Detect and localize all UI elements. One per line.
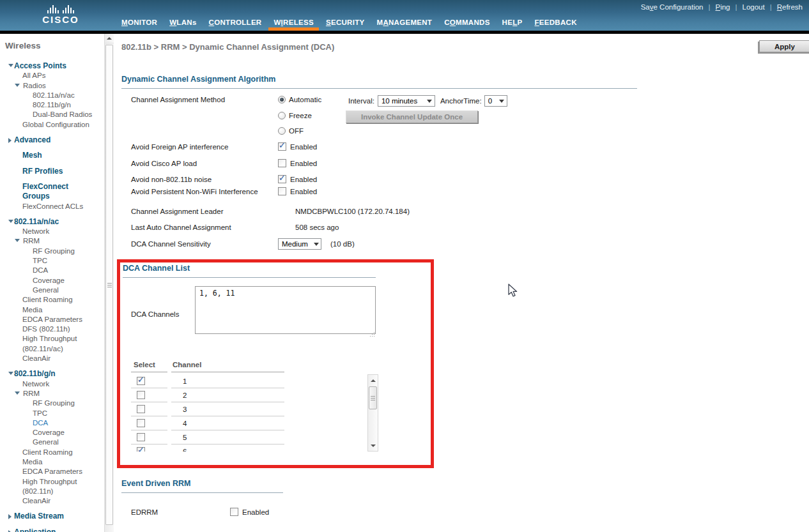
method-automatic-radio[interactable] (278, 96, 286, 103)
sidebar-item-edca-parameters[interactable]: EDCA Parameters (0, 315, 104, 324)
tab-feedback[interactable]: FEEDBACK (535, 14, 577, 31)
tab-monitor[interactable]: MONITOR (121, 14, 157, 31)
sidebar-item-cleanair[interactable]: CleanAir (0, 354, 104, 363)
dca-channels-textarea[interactable]: 1, 6, 11 (195, 286, 376, 334)
channel-1-checkbox[interactable] (137, 377, 145, 385)
sidebar-item-dca[interactable]: DCA (0, 266, 104, 275)
dca-sensitivity-select[interactable]: Medium (278, 238, 321, 250)
dca-channels-field-wrap: 1, 6, 11 (195, 286, 376, 334)
tab-help[interactable]: HELP (502, 14, 523, 31)
sidebar-item-802-11b-g-n[interactable]: 802.11b/g/n (0, 369, 104, 379)
sidebar-item-rrm[interactable]: RRM (0, 389, 104, 399)
sidebar-item-label: TPC (33, 256, 47, 266)
link-refresh[interactable]: Refresh (773, 3, 806, 11)
channel-table-scrollbar[interactable] (367, 374, 378, 452)
chevron-right-icon[interactable] (0, 528, 14, 532)
sidebar-item-flexconnect-groups[interactable]: FlexConnect Groups (0, 182, 104, 202)
sidebar-item-access-points[interactable]: Access Points (0, 61, 104, 71)
anchortime-select[interactable]: 0 (484, 95, 507, 107)
chevron-right-icon[interactable] (0, 135, 14, 143)
avoid-persistent-non-wifi-interference-checkbox[interactable] (278, 187, 286, 195)
tab-management[interactable]: MANAGEMENT (376, 14, 432, 31)
sidebar-item-high-throughput-802-11n[interactable]: High Throughput (802.11n) (0, 477, 104, 497)
sidebar-item-label: TPC (33, 409, 47, 418)
sidebar-item-network[interactable]: Network (0, 227, 104, 236)
sidebar-item-general[interactable]: General (0, 285, 104, 295)
chevron-down-icon[interactable] (15, 81, 23, 87)
channel-3-checkbox[interactable] (137, 405, 145, 413)
sidebar-item-dfs-802-11h[interactable]: DFS (802.11h) (0, 324, 104, 334)
scroll-up-arrow-icon[interactable] (105, 34, 114, 43)
scroll-up-arrow-icon[interactable] (368, 376, 378, 385)
sidebar-item-tpc[interactable]: TPC (0, 409, 104, 418)
tab-controller[interactable]: CONTROLLER (209, 14, 262, 31)
sidebar-item-radios[interactable]: Radios (0, 81, 104, 91)
sidebar-item-cleanair[interactable]: CleanAir (0, 496, 104, 506)
channel-6-checkbox[interactable] (137, 447, 145, 452)
chevron-down-icon[interactable] (15, 236, 23, 242)
sidebar-item-802-11a-n-ac[interactable]: 802.11a/n/ac (0, 91, 104, 100)
sidebar-item-network[interactable]: Network (0, 379, 104, 389)
avoid-cisco-ap-load-checkbox[interactable] (278, 159, 286, 167)
avoid-non-802-11b-noise-checkbox[interactable] (278, 175, 286, 183)
tab-security[interactable]: SECURITY (326, 14, 365, 31)
sidebar-item-media[interactable]: Media (0, 305, 104, 315)
sidebar-scrollbar[interactable] (104, 34, 114, 532)
edrrm-label: EDRRM (131, 508, 230, 516)
interval-select[interactable]: 10 minutes (378, 95, 435, 107)
chevron-down-icon[interactable] (0, 217, 14, 223)
top-header-bar: CISCO Save Configuration|Ping|Logout|Ref… (0, 0, 809, 31)
channel-scrollbar-thumb[interactable] (369, 386, 377, 409)
method-off-radio[interactable] (278, 127, 286, 135)
sidebar-item-rf-grouping[interactable]: RF Grouping (0, 399, 104, 408)
chevron-down-icon[interactable] (15, 389, 23, 395)
sidebar-item-flexconnect-acls[interactable]: FlexConnect ACLs (0, 202, 104, 211)
link-logout[interactable]: Logout (739, 3, 769, 11)
sidebar-item-media[interactable]: Media (0, 457, 104, 467)
tab-commands[interactable]: COMMANDS (444, 14, 489, 31)
sidebar-item-advanced[interactable]: Advanced (0, 135, 104, 145)
channel-2-checkbox[interactable] (137, 391, 145, 399)
sidebar-item-application-visibility-and[interactable]: Application Visibility And (0, 528, 104, 532)
channel-4-checkbox[interactable] (137, 419, 145, 427)
sidebar-item-high-throughput-802-11n-ac[interactable]: High Throughput (802.11n/ac) (0, 334, 104, 354)
sidebar-item-general[interactable]: General (0, 437, 104, 447)
enabled-text: Enabled (290, 188, 317, 195)
tab-wireless[interactable]: WIRELESS (274, 14, 313, 31)
avoid-foreign-ap-interference-checkbox[interactable] (278, 142, 286, 151)
sidebar-item-coverage[interactable]: Coverage (0, 428, 104, 437)
scroll-down-arrow-icon[interactable] (368, 441, 378, 450)
sidebar-item-dual-band-radios[interactable]: Dual-Band Radios (0, 110, 104, 119)
chevron-down-icon[interactable] (0, 369, 14, 375)
sidebar-item-802-11a-n-ac[interactable]: 802.11a/n/ac (0, 217, 104, 227)
sidebar-item-edca-parameters[interactable]: EDCA Parameters (0, 467, 104, 476)
sidebar-item-client-roaming[interactable]: Client Roaming (0, 448, 104, 457)
link-ping[interactable]: Ping (711, 3, 734, 11)
label-avoid-foreign-ap-interference: Avoid Foreign AP interference (131, 143, 278, 151)
link-save-configuration[interactable]: Save Configuration (637, 3, 707, 11)
sidebar-item-media-stream[interactable]: Media Stream (0, 512, 104, 521)
sidebar-item-mesh[interactable]: Mesh (0, 151, 104, 160)
main-nav-tabs: MONITORWLANsCONTROLLERWIRELESSSECURITYMA… (121, 14, 589, 31)
apply-button[interactable]: Apply (759, 40, 809, 52)
sidebar-item-tpc[interactable]: TPC (0, 256, 104, 266)
chevron-down-icon[interactable] (0, 61, 14, 67)
sidebar-item-coverage[interactable]: Coverage (0, 276, 104, 285)
edrrm-enabled-checkbox[interactable] (230, 508, 238, 516)
tab-wlans[interactable]: WLANs (169, 14, 196, 31)
sidebar-item-client-roaming[interactable]: Client Roaming (0, 295, 104, 305)
channel-5-checkbox[interactable] (137, 433, 145, 441)
sidebar-item-rf-profiles[interactable]: RF Profiles (0, 167, 104, 176)
sidebar-item-802-11b-g-n[interactable]: 802.11b/g/n (0, 100, 104, 110)
method-freeze-radio[interactable] (278, 112, 286, 119)
sidebar-item-all-aps[interactable]: All APs (0, 71, 104, 80)
sidebar-item-label: Dual-Band Radios (33, 110, 92, 119)
sidebar-item-rrm[interactable]: RRM (0, 236, 104, 246)
chevron-right-icon[interactable] (0, 512, 14, 519)
sidebar-item-rf-grouping[interactable]: RF Grouping (0, 247, 104, 256)
invoke-channel-update-button[interactable]: Invoke Channel Update Once (346, 110, 478, 123)
sidebar-item-global-configuration[interactable]: Global Configuration (0, 120, 104, 130)
sidebar-item-label: Network (22, 379, 49, 389)
sidebar-item-dca[interactable]: DCA (0, 418, 104, 428)
sidebar-scrollbar-thumb[interactable] (105, 45, 113, 525)
